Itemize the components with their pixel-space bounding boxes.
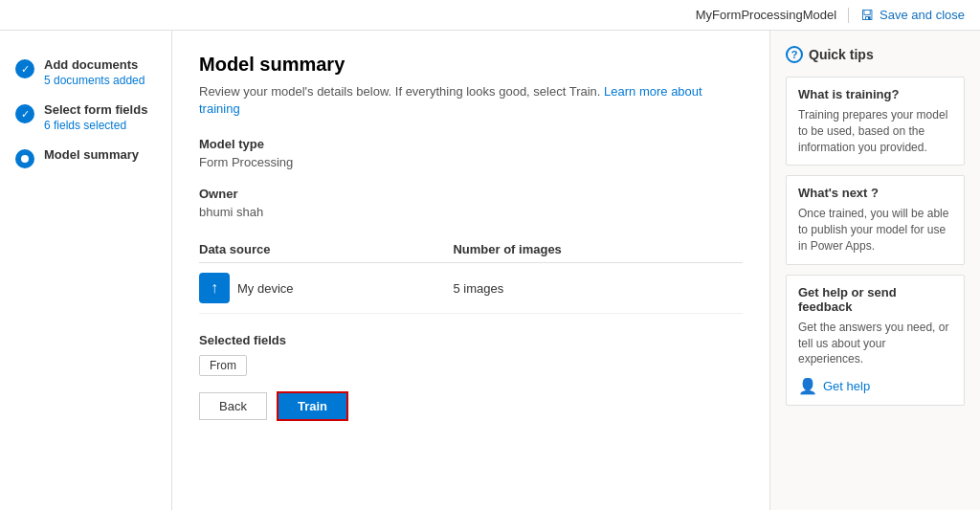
description-text: Review your model's details below. If ev… bbox=[199, 84, 600, 99]
owner-value: bhumi shah bbox=[199, 205, 743, 219]
step-dot-3 bbox=[21, 155, 29, 163]
step-subtitle-2: 6 fields selected bbox=[44, 119, 147, 132]
tip-card-training-title: What is training? bbox=[798, 87, 952, 101]
top-bar: MyFormProcessingModel 🖫 Save and close bbox=[0, 0, 980, 31]
col-number-images: Number of images bbox=[453, 236, 743, 263]
tip-card-next-title: What's next ? bbox=[798, 186, 952, 200]
quick-tips-header: ? Quick tips bbox=[786, 46, 965, 63]
table-row: ↑ My device 5 images bbox=[199, 263, 743, 314]
model-type-section: Model type Form Processing bbox=[199, 137, 743, 169]
sidebar-item-select-fields: ✓ Select form fields 6 fields selected bbox=[0, 95, 171, 140]
check-icon-2: ✓ bbox=[21, 108, 30, 121]
data-source-table: Data source Number of images ↑ My device… bbox=[199, 236, 743, 314]
owner-section: Owner bhumi shah bbox=[199, 187, 743, 219]
table-cell-images: 5 images bbox=[453, 263, 743, 314]
back-button[interactable]: Back bbox=[199, 392, 267, 420]
divider bbox=[848, 8, 849, 23]
model-type-label: Model type bbox=[199, 137, 743, 151]
tip-card-help: Get help or send feedback Get the answer… bbox=[786, 275, 965, 406]
save-close-button[interactable]: 🖫 Save and close bbox=[860, 8, 965, 23]
step-icon-completed-2: ✓ bbox=[15, 104, 34, 123]
tip-card-training: What is training? Training prepares your… bbox=[786, 77, 965, 166]
tip-card-training-text: Training prepares your model to be used,… bbox=[798, 107, 952, 155]
train-button[interactable]: Train bbox=[277, 391, 348, 421]
step-title-1: Add documents bbox=[44, 57, 145, 72]
device-icon: ↑ bbox=[199, 273, 230, 303]
tip-card-help-title: Get help or send feedback bbox=[798, 285, 952, 314]
get-help-link[interactable]: 👤 Get help bbox=[798, 377, 952, 395]
sidebar: ✓ Add documents 5 documents added ✓ Sele… bbox=[0, 31, 172, 510]
step-icon-active-3 bbox=[15, 149, 34, 168]
tip-card-help-text: Get the answers you need, or tell us abo… bbox=[798, 320, 952, 367]
table-header-row: Data source Number of images bbox=[199, 236, 743, 263]
step-icon-completed-1: ✓ bbox=[15, 59, 34, 78]
save-close-label: Save and close bbox=[880, 8, 965, 22]
device-name: My device bbox=[237, 281, 294, 296]
step-content-2: Select form fields 6 fields selected bbox=[44, 102, 147, 132]
selected-fields-label: Selected fields bbox=[199, 333, 743, 347]
save-icon: 🖫 bbox=[860, 8, 874, 23]
step-content-1: Add documents 5 documents added bbox=[44, 57, 145, 87]
quick-tips-panel: ? Quick tips What is training? Training … bbox=[769, 31, 980, 510]
sidebar-item-add-documents: ✓ Add documents 5 documents added bbox=[0, 50, 171, 95]
content-area: Model summary Review your model's detail… bbox=[172, 31, 769, 510]
step-subtitle-1: 5 documents added bbox=[44, 74, 145, 87]
step-title-3: Model summary bbox=[44, 147, 139, 162]
get-help-label: Get help bbox=[823, 379, 870, 393]
field-chip-from: From bbox=[199, 355, 247, 376]
buttons-row: Back Train bbox=[199, 391, 743, 421]
tip-card-next: What's next ? Once trained, you will be … bbox=[786, 175, 965, 264]
table-cell-source: ↑ My device bbox=[199, 263, 453, 314]
main-layout: ✓ Add documents 5 documents added ✓ Sele… bbox=[0, 31, 980, 510]
check-icon-1: ✓ bbox=[21, 63, 30, 76]
page-description: Review your model's details below. If ev… bbox=[199, 83, 743, 118]
fields-container: From bbox=[199, 355, 743, 376]
person-icon: 👤 bbox=[798, 377, 817, 395]
tip-card-next-text: Once trained, you will be able to publis… bbox=[798, 206, 952, 254]
question-icon: ? bbox=[786, 46, 803, 63]
quick-tips-title: Quick tips bbox=[809, 47, 874, 62]
step-content-3: Model summary bbox=[44, 147, 139, 162]
model-name: MyFormProcessingModel bbox=[696, 8, 836, 22]
col-data-source: Data source bbox=[199, 236, 453, 263]
model-type-value: Form Processing bbox=[199, 155, 743, 169]
device-cell: ↑ My device bbox=[199, 273, 445, 303]
step-title-2: Select form fields bbox=[44, 102, 147, 117]
owner-label: Owner bbox=[199, 187, 743, 201]
page-title: Model summary bbox=[199, 54, 743, 76]
sidebar-item-model-summary: Model summary bbox=[0, 140, 171, 176]
